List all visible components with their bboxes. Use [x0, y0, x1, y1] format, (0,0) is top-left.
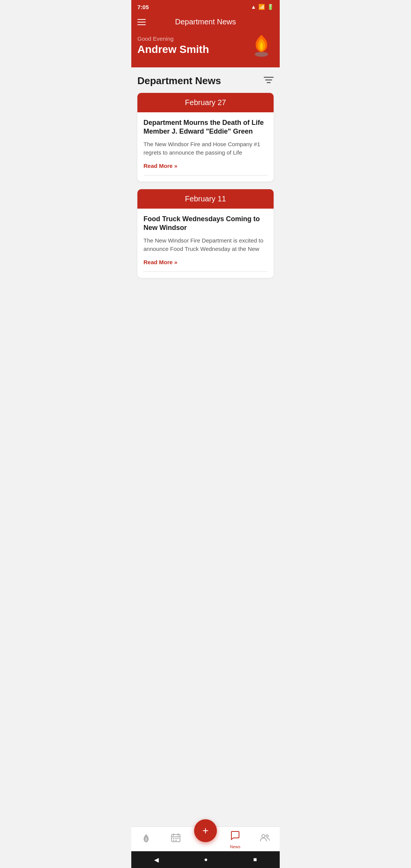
section-title: Department News [137, 75, 221, 87]
status-bar: 7:05 ▲ 📶 🔋 [131, 0, 280, 14]
svg-point-0 [255, 52, 268, 57]
user-info: Good Evening Andrew Smith [137, 35, 209, 56]
card-divider-0 [143, 175, 268, 176]
app-logo [249, 32, 274, 58]
read-more-1[interactable]: Read More » [143, 259, 177, 265]
status-time: 7:05 [137, 4, 149, 10]
header-bottom: Good Evening Andrew Smith [137, 32, 274, 58]
filter-button[interactable] [264, 76, 274, 86]
card-excerpt-0: The New Windsor Fire and Hose Company #1… [143, 140, 268, 157]
battery-icon: 🔋 [267, 4, 274, 10]
card-body-1: Food Truck Wednesdays Coming to New Wind… [137, 209, 274, 278]
main-content: Department News February 27 Department M… [131, 67, 280, 278]
card-title-0: Department Mourns the Death of Life Memb… [143, 118, 268, 136]
card-body-0: Department Mourns the Death of Life Memb… [137, 112, 274, 182]
header-top: Department News [137, 18, 274, 26]
news-card-0: February 27 Department Mourns the Death … [137, 93, 274, 182]
status-icons: ▲ 📶 🔋 [251, 4, 274, 10]
user-name: Andrew Smith [137, 43, 209, 56]
card-divider-1 [143, 271, 268, 272]
header-title: Department News [175, 18, 236, 26]
read-more-0[interactable]: Read More » [143, 163, 177, 169]
menu-button[interactable] [137, 19, 146, 25]
card-date-1: February 11 [137, 189, 274, 209]
greeting-text: Good Evening [137, 35, 209, 42]
card-excerpt-1: The New Windsor Fire Department is excit… [143, 236, 268, 254]
card-date-0: February 27 [137, 93, 274, 112]
section-header: Department News [137, 75, 274, 87]
news-card-1: February 11 Food Truck Wednesdays Coming… [137, 189, 274, 278]
signal-icon: 📶 [258, 4, 265, 10]
card-title-1: Food Truck Wednesdays Coming to New Wind… [143, 215, 268, 233]
app-header: Department News Good Evening Andrew Smit… [131, 14, 280, 67]
wifi-icon: ▲ [251, 4, 256, 10]
